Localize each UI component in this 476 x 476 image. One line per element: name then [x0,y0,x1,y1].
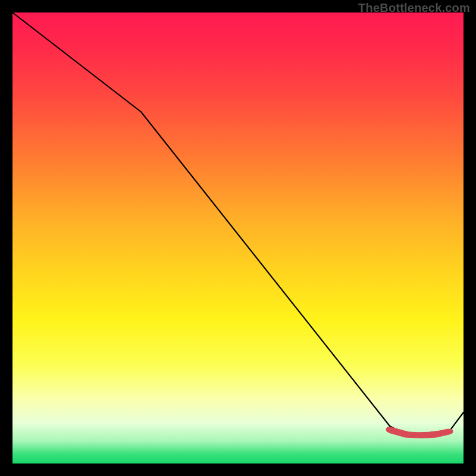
marker-dot [448,429,453,434]
optimal-marker-group [386,427,453,438]
marker-dot [386,427,391,432]
chart-overlay [12,12,464,464]
bottleneck-curve [12,12,464,435]
optimal-marker [387,427,452,438]
chart-stage: TheBottleneck.com [0,0,476,476]
watermark-text: TheBottleneck.com [358,1,470,15]
